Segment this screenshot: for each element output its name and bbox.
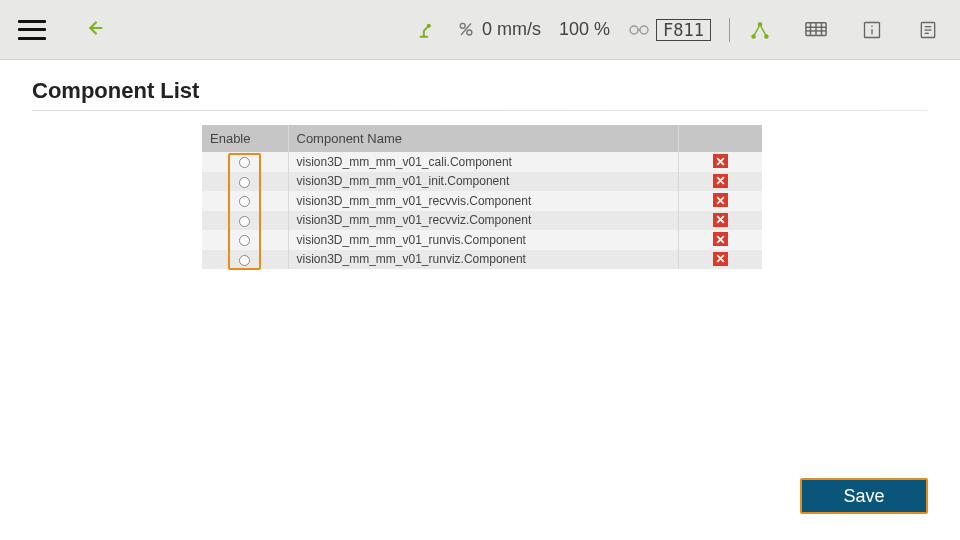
enable-radio[interactable]	[239, 157, 250, 168]
enable-cell[interactable]	[202, 172, 288, 192]
table-row: vision3D_mm_mm_v01_runviz.Component	[202, 250, 762, 270]
component-table: Enable Component Name vision3D_mm_mm_v01…	[202, 125, 762, 269]
enable-cell[interactable]	[202, 152, 288, 172]
enable-cell[interactable]	[202, 250, 288, 270]
enable-cell[interactable]	[202, 211, 288, 231]
component-name-cell: vision3D_mm_mm_v01_cali.Component	[288, 152, 678, 172]
action-cell	[678, 211, 762, 231]
info-icon[interactable]	[860, 18, 884, 42]
table-row: vision3D_mm_mm_v01_recvvis.Component	[202, 191, 762, 211]
back-button[interactable]	[84, 17, 106, 43]
title-rule	[32, 110, 928, 111]
svg-line-5	[461, 23, 471, 35]
enable-cell[interactable]	[202, 230, 288, 250]
table-row: vision3D_mm_mm_v01_recvviz.Component	[202, 211, 762, 231]
separator	[729, 18, 730, 42]
action-cell	[678, 172, 762, 192]
component-table-wrap: Enable Component Name vision3D_mm_mm_v01…	[202, 125, 762, 269]
log-icon[interactable]	[916, 18, 940, 42]
header-action	[678, 125, 762, 152]
close-icon	[715, 175, 726, 186]
keyboard-icon[interactable]	[804, 18, 828, 42]
save-button-label: Save	[843, 486, 884, 507]
component-name-cell: vision3D_mm_mm_v01_runvis.Component	[288, 230, 678, 250]
svg-point-1	[427, 23, 431, 27]
component-name-cell: vision3D_mm_mm_v01_recvvis.Component	[288, 191, 678, 211]
delete-button[interactable]	[713, 232, 728, 246]
drive-status: F811	[628, 19, 711, 41]
status-code: F811	[656, 19, 711, 41]
enable-radio[interactable]	[239, 216, 250, 227]
close-icon	[715, 156, 726, 167]
enable-radio[interactable]	[239, 255, 250, 266]
component-name-cell: vision3D_mm_mm_v01_runviz.Component	[288, 250, 678, 270]
svg-point-4	[467, 30, 472, 35]
delete-button[interactable]	[713, 193, 728, 207]
component-name-cell: vision3D_mm_mm_v01_recvviz.Component	[288, 211, 678, 231]
enable-radio[interactable]	[239, 196, 250, 207]
close-icon	[715, 253, 726, 264]
action-cell	[678, 191, 762, 211]
svg-point-20	[871, 25, 873, 27]
override-value: 100 %	[559, 19, 610, 40]
save-button[interactable]: Save	[800, 478, 928, 514]
close-icon	[715, 214, 726, 225]
page-title: Component List	[32, 78, 928, 104]
close-icon	[715, 234, 726, 245]
close-icon	[715, 195, 726, 206]
header-enable: Enable	[202, 125, 288, 152]
enable-radio[interactable]	[239, 177, 250, 188]
table-row: vision3D_mm_mm_v01_init.Component	[202, 172, 762, 192]
enable-cell[interactable]	[202, 191, 288, 211]
delete-button[interactable]	[713, 174, 728, 188]
menu-button[interactable]	[18, 20, 46, 40]
svg-point-7	[640, 26, 648, 34]
svg-point-3	[460, 23, 465, 28]
speed-value: 0 mm/s	[482, 19, 541, 40]
override-readout: 100 %	[559, 19, 610, 40]
component-name-cell: vision3D_mm_mm_v01_init.Component	[288, 172, 678, 192]
action-cell	[678, 250, 762, 270]
action-cell	[678, 152, 762, 172]
page-body: Component List Enable Component Name vis…	[0, 60, 960, 287]
action-cell	[678, 230, 762, 250]
svg-point-6	[630, 26, 638, 34]
speed-readout: 0 mm/s	[456, 19, 541, 40]
enable-radio[interactable]	[239, 235, 250, 246]
header-name: Component Name	[288, 125, 678, 152]
delete-button[interactable]	[713, 213, 728, 227]
table-row: vision3D_mm_mm_v01_runvis.Component	[202, 230, 762, 250]
delete-button[interactable]	[713, 154, 728, 168]
app-header: 0 mm/s 100 % F811	[0, 0, 960, 60]
network-icon[interactable]	[748, 18, 772, 42]
robot-mode-icon	[418, 20, 438, 40]
table-row: vision3D_mm_mm_v01_cali.Component	[202, 152, 762, 172]
delete-button[interactable]	[713, 252, 728, 266]
